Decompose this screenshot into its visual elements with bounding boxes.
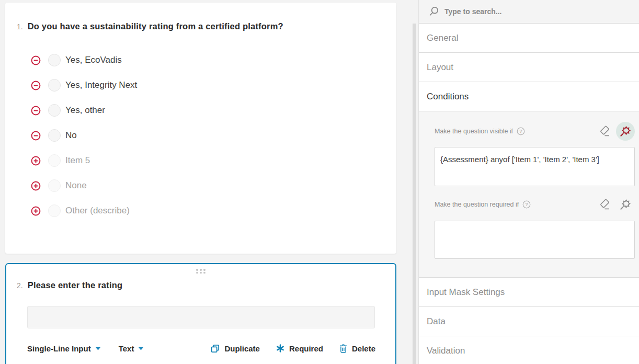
clear-required-if-button[interactable]: [598, 198, 611, 211]
choice-row-ghost: None: [31, 173, 137, 198]
accordion-section-general[interactable]: General: [419, 24, 639, 53]
required-if-row: Make the question required if ?: [435, 195, 635, 214]
required-if-editor[interactable]: [435, 221, 635, 259]
choice-row-ghost: Item 5: [31, 148, 137, 173]
minus-circle-icon: [32, 56, 40, 64]
plus-circle-icon: [32, 207, 40, 215]
choice-row: Yes, other: [31, 98, 137, 123]
visible-if-wizard-button[interactable]: [616, 122, 635, 141]
minus-circle-icon: [32, 106, 40, 115]
input-type-dropdown[interactable]: Text: [119, 344, 144, 353]
question-card-2-selected[interactable]: 2. Please enter the rating Single-Line I…: [5, 263, 396, 364]
panel-scrollbar[interactable]: [413, 24, 416, 364]
help-icon[interactable]: ?: [517, 127, 525, 135]
radio-button[interactable]: [48, 154, 61, 167]
chevron-down-icon: [138, 347, 144, 350]
search-input[interactable]: [444, 7, 601, 16]
eraser-icon: [598, 124, 611, 138]
choice-row: No: [31, 123, 137, 148]
choice-row: Yes, EcoVadis: [31, 48, 137, 73]
radio-button[interactable]: [48, 54, 61, 66]
remove-choice-button[interactable]: [31, 81, 41, 90]
choice-row: Yes, Integrity Next: [31, 73, 137, 98]
accordion-section-layout[interactable]: Layout: [419, 53, 639, 82]
choice-list: Yes, EcoVadis Yes, Integrity Next Yes, o…: [31, 48, 137, 223]
property-search: [419, 0, 639, 24]
required-if-wizard-button[interactable]: [616, 195, 635, 214]
add-choice-button[interactable]: [31, 206, 41, 216]
required-if-label: Make the question required if: [435, 201, 519, 208]
radio-button[interactable]: [48, 79, 61, 92]
plus-circle-icon: [32, 156, 40, 165]
duplicate-button[interactable]: Duplicate: [210, 344, 260, 354]
asterisk-icon: [276, 344, 285, 353]
choice-label[interactable]: None: [65, 180, 87, 191]
drag-handle[interactable]: [196, 269, 206, 274]
accordion-section-data[interactable]: Data: [419, 307, 639, 336]
property-panel: General Layout Conditions Make the quest…: [418, 0, 639, 364]
copy-icon: [210, 344, 220, 354]
radio-button[interactable]: [48, 104, 61, 117]
accordion-section-validation[interactable]: Validation: [419, 336, 639, 364]
radio-button[interactable]: [48, 179, 61, 192]
delete-button[interactable]: Delete: [339, 344, 375, 354]
question-number: 2.: [17, 280, 23, 290]
choice-label[interactable]: Item 5: [65, 155, 90, 166]
question-number: 1.: [17, 21, 23, 31]
minus-circle-icon: [32, 81, 40, 89]
question-header: 1. Do you have a sustainability rating f…: [17, 21, 283, 31]
accordion-section-conditions[interactable]: Conditions: [419, 82, 639, 111]
svg-text:?: ?: [520, 129, 522, 134]
remove-choice-button[interactable]: [31, 55, 41, 65]
clear-visible-if-button[interactable]: [598, 124, 611, 138]
question-title: Do you have a sustainability rating from…: [28, 21, 283, 31]
wizard-icon: [619, 125, 632, 138]
search-icon: [428, 6, 440, 17]
radio-button[interactable]: [48, 204, 61, 217]
choice-label[interactable]: No: [65, 130, 77, 141]
question-title: Please enter the rating: [28, 280, 123, 290]
minus-circle-icon: [32, 131, 40, 140]
choice-label[interactable]: Yes, Integrity Next: [65, 80, 137, 90]
add-choice-button[interactable]: [31, 156, 41, 166]
svg-text:?: ?: [526, 202, 528, 207]
question-header: 2. Please enter the rating: [17, 280, 122, 290]
radio-button[interactable]: [48, 129, 61, 142]
visible-if-editor[interactable]: {Assessment} anyof ['Item 1', 'Item 2', …: [435, 147, 635, 186]
question-type-dropdown[interactable]: Single-Line Input: [27, 344, 101, 353]
eraser-icon: [598, 198, 611, 211]
visible-if-label: Make the question visible if: [435, 128, 513, 135]
question-toolbar: Single-Line Input Text Duplicate Require…: [27, 342, 375, 355]
required-toggle[interactable]: Required: [276, 344, 323, 353]
wizard-icon: [619, 198, 632, 211]
question-card-1[interactable]: 1. Do you have a sustainability rating f…: [5, 3, 396, 254]
answer-input[interactable]: [27, 306, 375, 328]
plus-circle-icon: [32, 181, 40, 190]
choice-row-ghost: Other (describe): [31, 198, 137, 223]
remove-choice-button[interactable]: [31, 106, 41, 116]
choice-label[interactable]: Yes, other: [65, 105, 105, 116]
visible-if-row: Make the question visible if ?: [435, 122, 635, 141]
accordion-section-input-mask-settings[interactable]: Input Mask Settings: [419, 278, 639, 307]
add-choice-button[interactable]: [31, 181, 41, 191]
remove-choice-button[interactable]: [31, 131, 41, 141]
trash-icon: [339, 344, 348, 354]
choice-label[interactable]: Yes, EcoVadis: [65, 55, 122, 65]
chevron-down-icon: [95, 347, 101, 350]
conditions-section-body: Make the question visible if ? {Assessme…: [419, 111, 639, 278]
help-icon[interactable]: ?: [522, 200, 531, 209]
choice-label[interactable]: Other (describe): [65, 206, 130, 216]
